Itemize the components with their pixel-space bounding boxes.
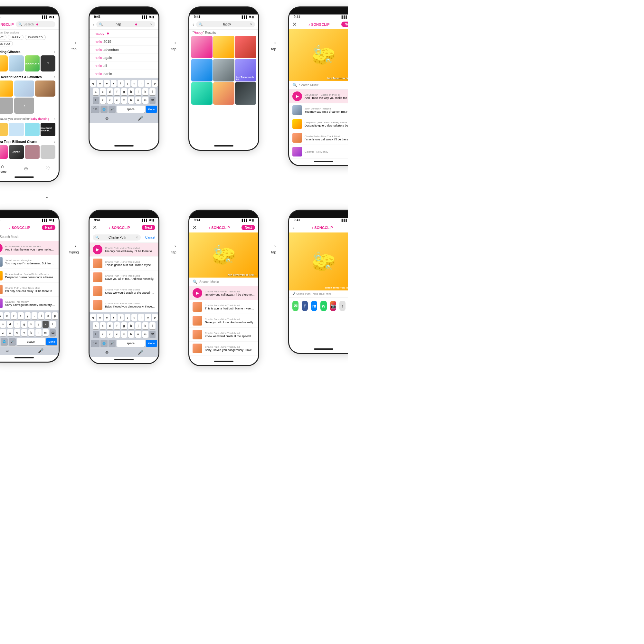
next-btn-6[interactable]: Next xyxy=(142,225,155,230)
k6-l[interactable]: l xyxy=(149,322,156,329)
k5-z[interactable]: z xyxy=(0,329,6,336)
k6-k[interactable]: k xyxy=(142,322,148,329)
k5-m[interactable]: m xyxy=(43,329,49,336)
k5-c[interactable]: c xyxy=(14,329,20,336)
play-btn-6-1[interactable]: ▶ xyxy=(93,245,102,254)
k5-globe[interactable]: 🌐 xyxy=(1,338,8,345)
key-s[interactable]: s xyxy=(100,88,106,95)
k5-v[interactable]: v xyxy=(21,329,27,336)
search-input-2[interactable]: 🔍 hap ✕ xyxy=(96,21,155,27)
key-globe[interactable]: 🌐 xyxy=(100,106,108,113)
k5-x[interactable]: x xyxy=(7,329,13,336)
k6-mic[interactable]: 🎤 xyxy=(109,340,116,347)
k5-y[interactable]: y xyxy=(25,312,31,319)
k6-globe[interactable]: 🌐 xyxy=(100,340,108,347)
k6-del[interactable]: ⌫ xyxy=(149,331,156,338)
k6-e[interactable]: e xyxy=(104,314,110,321)
key-z[interactable]: z xyxy=(100,97,106,104)
suggestion-happy[interactable]: happy xyxy=(90,30,158,38)
ariana-gif-1[interactable] xyxy=(0,145,8,159)
next-btn-5[interactable]: Next xyxy=(42,225,55,230)
k6-y[interactable]: y xyxy=(125,314,130,321)
suggestion-hello-again[interactable]: hello again xyxy=(90,54,158,62)
result-2[interactable] xyxy=(213,36,234,58)
k6-j[interactable]: j xyxy=(135,322,141,329)
key-y[interactable]: y xyxy=(125,80,130,87)
k6-c[interactable]: c xyxy=(114,331,120,338)
key-u[interactable]: u xyxy=(131,80,137,87)
k6-a[interactable]: a xyxy=(93,322,99,329)
share-facebook[interactable]: f xyxy=(302,301,308,311)
result-1[interactable] xyxy=(191,36,213,58)
music-item-5-4[interactable]: Charlie Puth • Nine Track Mind I'm only … xyxy=(0,283,59,297)
trending-gif-1[interactable] xyxy=(0,55,8,71)
clear-icon-3[interactable]: ✕ xyxy=(250,23,252,26)
tag-awkward[interactable]: AWKWARD xyxy=(25,35,46,40)
nav-home[interactable]: ⌂ Home xyxy=(0,164,6,173)
key-j[interactable]: j xyxy=(135,88,141,95)
k6-shift[interactable]: ⇧ xyxy=(93,331,99,338)
result-8[interactable] xyxy=(213,82,234,105)
next-btn-4[interactable]: Next xyxy=(341,22,348,27)
music-item-7-5[interactable]: Charlie Puth • Nine Track Mind Baby, I l… xyxy=(189,342,258,355)
share-messenger[interactable]: m xyxy=(311,301,317,311)
ariana-arrow[interactable]: › xyxy=(54,139,55,144)
music-item-4-4[interactable]: Charlie Puth • Nine Track Mind I'm only … xyxy=(289,131,348,145)
music-item-6-3[interactable]: Charlie Puth • Nine Track Mind Gave you … xyxy=(90,270,158,284)
recent-item-4[interactable] xyxy=(0,98,13,114)
k5-mic[interactable]: 🎤 xyxy=(9,338,16,345)
mic-icon-5[interactable]: 🎤 xyxy=(38,348,43,353)
music-item-7-3[interactable]: Charlie Puth • Nine Track Mind Gave you … xyxy=(189,314,258,328)
share-instagram[interactable]: 📷 xyxy=(330,301,336,311)
recent-item-1[interactable] xyxy=(0,81,13,97)
k6-w[interactable]: w xyxy=(97,314,103,321)
k5-d[interactable]: d xyxy=(7,321,13,328)
k6-b[interactable]: b xyxy=(128,331,134,338)
share-whatsapp[interactable]: w xyxy=(320,301,327,311)
k5-j[interactable]: j xyxy=(35,321,42,328)
key-h[interactable]: h xyxy=(128,88,134,95)
recent-item-2[interactable] xyxy=(14,81,34,97)
key-c[interactable]: c xyxy=(114,97,120,104)
key-o[interactable]: o xyxy=(145,80,151,87)
result-7[interactable] xyxy=(191,82,213,105)
key-space[interactable]: space xyxy=(117,106,145,113)
k5-t[interactable]: t xyxy=(18,312,24,319)
close-btn-7[interactable]: ✕ xyxy=(193,224,197,231)
result-4[interactable] xyxy=(191,59,213,81)
k5-done[interactable]: Done xyxy=(46,338,57,345)
close-btn-6[interactable]: ✕ xyxy=(93,224,97,231)
key-mic[interactable]: 🎤 xyxy=(109,106,116,113)
key-shift[interactable]: ⇧ xyxy=(93,97,99,104)
music-item-7-1[interactable]: ▶ Charlie Puth • Nine Track Mind I'm onl… xyxy=(189,286,258,300)
key-done[interactable]: Done xyxy=(146,106,157,113)
music-item-4-5[interactable]: Galantis • No Money xyxy=(289,145,348,159)
k6-done[interactable]: Done xyxy=(146,340,157,347)
k6-m[interactable]: m xyxy=(142,331,148,338)
share-more[interactable]: ↑ xyxy=(339,301,346,311)
music-item-5-3[interactable]: Despacito (feat. Justin Bieber) Remix • … xyxy=(0,269,59,283)
k5-l[interactable]: l xyxy=(50,321,56,328)
nav-heart[interactable]: ♡ xyxy=(45,166,50,172)
result-6[interactable]: hen Tomorrow Is Fri… xyxy=(235,59,256,81)
play-btn-5-1[interactable]: ▶ xyxy=(0,243,3,253)
k6-r[interactable]: r xyxy=(111,314,117,321)
result-3[interactable] xyxy=(235,36,256,58)
key-i[interactable]: i xyxy=(138,80,144,87)
recent-item-3[interactable] xyxy=(35,81,55,97)
back-icon-2[interactable]: ‹ xyxy=(93,22,94,27)
nav-add[interactable]: ⊕ xyxy=(24,166,28,172)
key-x[interactable]: x xyxy=(107,97,113,104)
because-arrow[interactable]: › xyxy=(54,117,55,121)
key-w[interactable]: w xyxy=(97,80,103,87)
next-btn-7[interactable]: Next xyxy=(241,225,255,230)
clear-icon-2[interactable]: ✕ xyxy=(150,23,153,26)
close-btn-4[interactable]: ✕ xyxy=(292,21,297,27)
back-icon-3[interactable]: ‹ xyxy=(193,22,194,27)
trending-gif-3[interactable]: GOOD CITY xyxy=(25,55,40,71)
ariana-gif-2[interactable]: ARIANA xyxy=(9,145,24,159)
k6-x[interactable]: x xyxy=(107,331,113,338)
key-f[interactable]: f xyxy=(114,88,120,95)
k5-e[interactable]: e xyxy=(4,312,10,319)
k5-b[interactable]: b xyxy=(28,329,34,336)
